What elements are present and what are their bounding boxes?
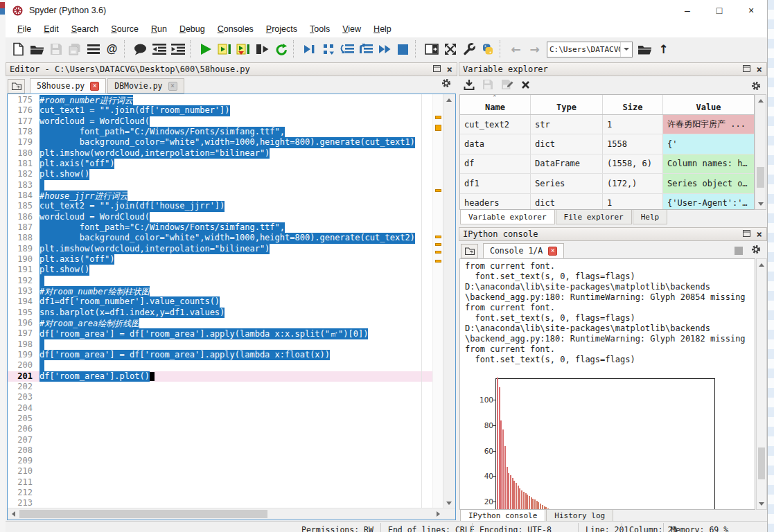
code-line[interactable]: 205 xyxy=(8,414,433,424)
variable-table-scrollbar[interactable] xyxy=(755,94,766,210)
variable-table[interactable]: ⌃ Name Type Size Value cut_text2str1许春勇阳… xyxy=(459,94,755,210)
tab-history-log[interactable]: History log xyxy=(546,510,613,522)
menu-run[interactable]: Run xyxy=(145,22,173,36)
scroll-down-button[interactable] xyxy=(755,198,766,209)
menu-consoles[interactable]: Consoles xyxy=(211,22,260,36)
code-line[interactable]: 195sns.barplot(x=df1.index,y=df1.values) xyxy=(8,308,433,318)
debug-cell-button[interactable] xyxy=(319,40,337,59)
occurrence-marker[interactable] xyxy=(435,116,441,119)
menu-edit[interactable]: Edit xyxy=(37,22,65,36)
working-directory-combobox[interactable]: C:\Users\DATACVG xyxy=(547,42,633,57)
browse-tabs-button[interactable] xyxy=(8,79,25,94)
code-line[interactable]: 207 xyxy=(8,435,433,445)
tab-ipython-console[interactable]: IPython console xyxy=(460,510,545,522)
scroll-up-button[interactable] xyxy=(755,95,766,106)
undock-pane-icon[interactable] xyxy=(433,64,441,74)
python-path-button[interactable] xyxy=(478,40,497,59)
close-pane-icon[interactable]: × xyxy=(757,231,762,238)
combobox-dropdown-button[interactable] xyxy=(620,42,632,57)
code-line[interactable]: 202 xyxy=(8,382,433,392)
indent-button[interactable] xyxy=(168,40,187,59)
scroll-down-button[interactable] xyxy=(443,497,455,508)
import-data-button[interactable] xyxy=(464,79,475,92)
code-line[interactable]: 179 background_color="white",width=1000,… xyxy=(8,137,433,148)
variable-explorer-options-gear-icon[interactable] xyxy=(751,81,761,91)
undock-pane-icon[interactable] xyxy=(743,64,750,74)
code-line[interactable]: 182plt.show() xyxy=(8,169,433,179)
code-line[interactable]: 204 xyxy=(8,403,433,414)
debug-file-button[interactable] xyxy=(300,40,319,59)
code-line[interactable]: 192 xyxy=(8,276,433,286)
code-line[interactable]: 194df1=df['room_number'].value_counts() xyxy=(8,296,433,307)
scroll-up-button[interactable] xyxy=(443,94,455,105)
code-line[interactable]: 213 xyxy=(8,498,433,508)
save-all-button-disabled[interactable] xyxy=(65,40,84,59)
code-line[interactable]: 193#对room_number绘制柱状图 xyxy=(8,286,433,296)
code-line[interactable]: 188 background_color="white",width=1000,… xyxy=(8,233,433,243)
column-header-type[interactable]: Type xyxy=(531,95,603,114)
code-line[interactable]: 178 font_path="C:/Windows/Fonts/simfang.… xyxy=(8,127,433,137)
maximize-button[interactable]: □ xyxy=(703,0,735,21)
run-cell-button[interactable] xyxy=(216,40,234,59)
tab-58house-py[interactable]: 58house.py × xyxy=(30,78,106,94)
code-editor[interactable]: 175#room_number进行词云176cut_text1 = "".joi… xyxy=(7,94,456,520)
occurrence-marker[interactable] xyxy=(435,260,441,263)
console-options-gear-icon[interactable] xyxy=(751,245,761,256)
menu-search[interactable]: Search xyxy=(65,22,105,36)
variable-row[interactable]: datadict1558{' xyxy=(460,134,754,154)
code-line[interactable]: 198 xyxy=(8,339,433,350)
close-tab-icon[interactable]: × xyxy=(168,82,177,91)
occurrence-marker[interactable] xyxy=(435,236,441,238)
open-file-button[interactable] xyxy=(28,40,46,59)
menu-view[interactable]: View xyxy=(336,22,367,36)
tab-console-1a[interactable]: Console 1/A × xyxy=(483,243,564,258)
code-line[interactable]: 200 xyxy=(8,360,433,371)
code-line[interactable]: 183 xyxy=(8,180,433,190)
editor-horizontal-scrollbar[interactable] xyxy=(8,508,455,520)
code-line[interactable]: 212 xyxy=(8,488,433,498)
scroll-down-button[interactable] xyxy=(757,498,766,509)
code-line[interactable]: 210 xyxy=(8,466,433,477)
save-data-button-disabled[interactable] xyxy=(482,79,493,92)
minimize-button[interactable]: – xyxy=(671,0,703,21)
code-line[interactable]: 190plt.axis("off") xyxy=(8,254,433,265)
menu-debug[interactable]: Debug xyxy=(173,22,211,36)
occurrence-marker[interactable] xyxy=(435,125,441,131)
column-header-value[interactable]: Value xyxy=(663,95,754,114)
menu-help[interactable]: Help xyxy=(367,22,398,36)
maximize-pane-button[interactable] xyxy=(441,40,459,59)
tab-dbmovie-py[interactable]: DBMovie.py × xyxy=(107,78,184,94)
step-over-button[interactable] xyxy=(337,40,356,59)
scroll-right-button[interactable] xyxy=(432,508,443,520)
navigate-back-button-disabled[interactable]: ← xyxy=(507,40,525,59)
remove-variable-button[interactable] xyxy=(521,80,530,91)
code-line[interactable]: 187 font_path="C:/Windows/Fonts/simfang.… xyxy=(8,222,433,233)
continue-execution-button[interactable] xyxy=(375,40,394,59)
step-return-button[interactable] xyxy=(356,40,375,59)
code-line[interactable]: 189plt.imshow(wordcloud,interpolation="b… xyxy=(8,244,433,254)
code-line[interactable]: 196#对room_area绘制折线图 xyxy=(8,318,433,328)
console-scrollbar[interactable] xyxy=(756,258,767,510)
scroll-left-button[interactable] xyxy=(8,508,19,520)
interrupt-kernel-icon[interactable] xyxy=(735,247,743,255)
editor-options-gear-icon[interactable] xyxy=(441,78,451,90)
code-line[interactable]: 186wordcloud = WordCloud( xyxy=(8,212,433,222)
code-line[interactable]: 208 xyxy=(8,445,433,456)
variable-row[interactable]: headersdict1{'User-Agent':'… xyxy=(460,194,754,210)
code-line[interactable]: 184#house_jjrr进行词云 xyxy=(8,190,433,201)
save-button-disabled[interactable] xyxy=(46,40,65,59)
code-line[interactable]: 197df['room_area'] = df['room_area'].app… xyxy=(8,328,433,339)
undock-pane-icon[interactable] xyxy=(743,229,750,239)
scrollbar-thumb[interactable] xyxy=(757,167,764,188)
variable-row[interactable]: dfDataFrame(1558, 6)Column names: h… xyxy=(460,154,754,174)
preferences-button[interactable] xyxy=(459,40,478,59)
code-line[interactable]: 211 xyxy=(8,477,433,488)
navigate-forward-button-disabled[interactable]: → xyxy=(525,40,544,59)
tab-variable-explorer[interactable]: Variable explorer xyxy=(460,210,555,224)
close-tab-icon[interactable]: × xyxy=(90,82,99,91)
editor-vertical-scrollbar[interactable] xyxy=(443,94,455,508)
code-line[interactable]: 206 xyxy=(8,424,433,434)
menu-tools[interactable]: Tools xyxy=(304,22,336,36)
code-area[interactable]: 175#room_number进行词云176cut_text1 = "".joi… xyxy=(8,95,433,508)
stop-debug-button[interactable] xyxy=(394,40,412,59)
